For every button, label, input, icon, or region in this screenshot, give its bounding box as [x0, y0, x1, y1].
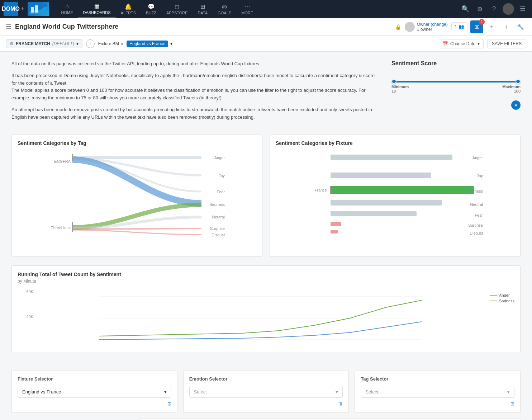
sentiment-slider[interactable]: Minimum 19 Maximum 100 — [391, 81, 521, 93]
menu-icon[interactable]: ☰ — [6, 23, 11, 31]
owner-section: Owner (change) 1 owner — [405, 22, 448, 32]
add-card-button[interactable]: + — [486, 21, 498, 33]
user-avatar[interactable] — [503, 3, 514, 15]
running-y-axis: 60K 40K — [18, 289, 35, 347]
header-actions: 1 👥 ⧖ 1 + ↑ 🔧 — [451, 20, 526, 33]
fixture-selector-box-dropdown[interactable]: England vs France ▾ — [18, 386, 171, 398]
fixture-selector-box: Fixture Selector England vs France ▾ ⧖ — [11, 370, 177, 413]
y-label-40k: 40K — [18, 315, 33, 319]
svg-text:Surprise: Surprise — [468, 223, 483, 227]
filter-icon: ⧖ — [475, 24, 479, 30]
gear-icon: ⚙ — [10, 41, 14, 46]
svg-text:France: France — [315, 188, 327, 192]
filter-preset-label: FRANCE MATCH — [16, 41, 50, 46]
filter-preset[interactable]: ⚙ FRANCE MATCH (DEFAULT) ▾ — [6, 39, 82, 48]
nav-alerts-label: ALERTS — [121, 11, 136, 15]
save-filters-button[interactable]: SAVE FILTERS — [487, 39, 526, 48]
nav-dashboards-label: DASHBOARDS — [83, 10, 111, 15]
svg-text:ThreeLions: ThreeLions — [51, 226, 71, 230]
add-filter-button[interactable]: + — [86, 39, 95, 48]
plus-icon: + — [21, 5, 25, 13]
fixture-selector-box-chevron: ▾ — [164, 389, 167, 395]
fixture-filter-chevron[interactable]: ▾ — [170, 41, 172, 46]
desc-running-row: You can use the three filters above to s… — [11, 419, 521, 420]
svg-text:Fear: Fear — [217, 190, 225, 194]
slider-track — [391, 81, 521, 82]
filter-bar: ⚙ FRANCE MATCH (DEFAULT) ▾ + Fixture BM … — [0, 36, 532, 52]
info-para-1: All of the data on this page was collect… — [11, 60, 377, 68]
charts-row: Sentiment Categories by Tag ENGFRA Three… — [11, 134, 521, 257]
fixture-selector-box-title: Fixture Selector — [18, 376, 171, 382]
choose-date-button[interactable]: 📅 Choose Date ▾ — [439, 39, 484, 48]
svg-rect-22 — [331, 155, 452, 160]
sadness-legend-label: Sadness — [499, 299, 514, 303]
anger-legend-line — [490, 295, 497, 296]
svg-rect-23 — [331, 173, 431, 178]
filter-bar-right: 📅 Choose Date ▾ SAVE FILTERS — [439, 39, 526, 48]
emotion-filter-btn-icon: ⧖ — [339, 401, 343, 407]
running-total-svg — [35, 289, 485, 347]
nav-items: ⌂ HOME ▦ DASHBOARDS 🔔 ALERTS 💬 BUZZ ◻ AP… — [56, 0, 460, 18]
emotion-selector-box-footer: ⧖ — [189, 401, 343, 407]
nav-appstore[interactable]: ◻ APPSTORE — [161, 0, 193, 18]
nav-more-label: MORE — [241, 11, 253, 15]
nav-dashboards[interactable]: ▦ DASHBOARDS — [78, 0, 116, 18]
nav-goals[interactable]: ◎ GOALS — [213, 0, 236, 18]
sentiment-filter-icon[interactable]: ▾ — [511, 100, 521, 110]
emotion-selector-box-placeholder: Select — [194, 389, 207, 395]
dashboard-title: England World Cup Twittersphere — [15, 23, 391, 30]
owner-change-link[interactable]: Owner (change) — [417, 22, 448, 27]
goals-icon: ◎ — [222, 3, 227, 10]
filter-preset-default: (DEFAULT) — [52, 41, 74, 46]
slider-fill — [391, 81, 521, 82]
nav-buzz-label: BUZZ — [146, 11, 156, 15]
tag-selector-box-placeholder: Select — [365, 389, 378, 395]
legend-anger: Anger — [490, 293, 514, 297]
svg-text:Fear: Fear — [475, 213, 483, 217]
emotion-selector-box-dropdown[interactable]: Select ▾ — [189, 386, 343, 398]
sadness-legend-line — [490, 301, 497, 301]
nav-buzz[interactable]: 💬 BUZZ — [141, 0, 161, 18]
filter-button[interactable]: ⧖ 1 — [470, 20, 483, 33]
settings-button[interactable]: 🔧 — [515, 21, 526, 33]
nav-goals-label: GOALS — [218, 11, 231, 15]
search-icon[interactable]: 🔍 — [460, 3, 471, 15]
slider-thumb-max[interactable] — [516, 79, 521, 84]
info-text-block: All of the data on this page was collect… — [11, 60, 377, 126]
info-section: All of the data on this page was collect… — [11, 60, 521, 126]
share-button[interactable]: ↑ — [500, 21, 512, 33]
svg-rect-12 — [72, 154, 73, 161]
alerts-icon: 🔔 — [125, 3, 132, 10]
svg-text:Sadness: Sadness — [209, 202, 225, 207]
svg-text:Neutral: Neutral — [470, 202, 483, 207]
choose-date-chevron: ▾ — [478, 41, 480, 46]
notifications-icon[interactable]: ☰ — [517, 3, 528, 15]
add-icon[interactable]: ⊕ — [474, 3, 485, 15]
people-number: 1 — [455, 24, 457, 29]
home-icon: ⌂ — [65, 3, 69, 10]
svg-text:Disgust: Disgust — [212, 233, 225, 237]
svg-rect-26 — [331, 211, 417, 216]
fixture-chart-svg: France Anger Joy Sadness Neutral Fear Su… — [276, 150, 514, 244]
tag-selector-box-title: Tag Selector — [361, 376, 514, 382]
domo-logo: DOMO — [4, 2, 18, 16]
svg-text:Anger: Anger — [214, 156, 225, 160]
owner-avatar — [405, 22, 415, 32]
data-icon: ⊞ — [200, 3, 205, 10]
choose-date-label: Choose Date — [450, 41, 475, 46]
chart-fixture-area: France Anger Joy Sadness Neutral Fear Su… — [276, 150, 514, 251]
tag-selector-box: Tag Selector Select ▾ ⧖ — [355, 370, 521, 413]
running-total-title: Running Total of Tweet Count by Sentimen… — [18, 272, 514, 277]
nav-more[interactable]: ⋯ MORE — [236, 0, 258, 18]
nav-data[interactable]: ⊞ DATA — [193, 0, 213, 18]
slider-thumb-min[interactable] — [391, 79, 396, 84]
help-icon[interactable]: ? — [488, 3, 500, 15]
dashboard-thumbnail — [28, 2, 49, 16]
svg-text:Anger: Anger — [472, 156, 483, 160]
tag-selector-box-dropdown[interactable]: Select ▾ — [361, 386, 514, 398]
nav-alerts[interactable]: 🔔 ALERTS — [116, 0, 141, 18]
slider-labels: Minimum 19 Maximum 100 — [391, 85, 521, 93]
emotion-selector-box: Emotion Selector Select ▾ ⧖ — [183, 370, 349, 413]
nav-home[interactable]: ⌂ HOME — [56, 0, 78, 18]
people-count[interactable]: 1 👥 — [451, 22, 467, 31]
